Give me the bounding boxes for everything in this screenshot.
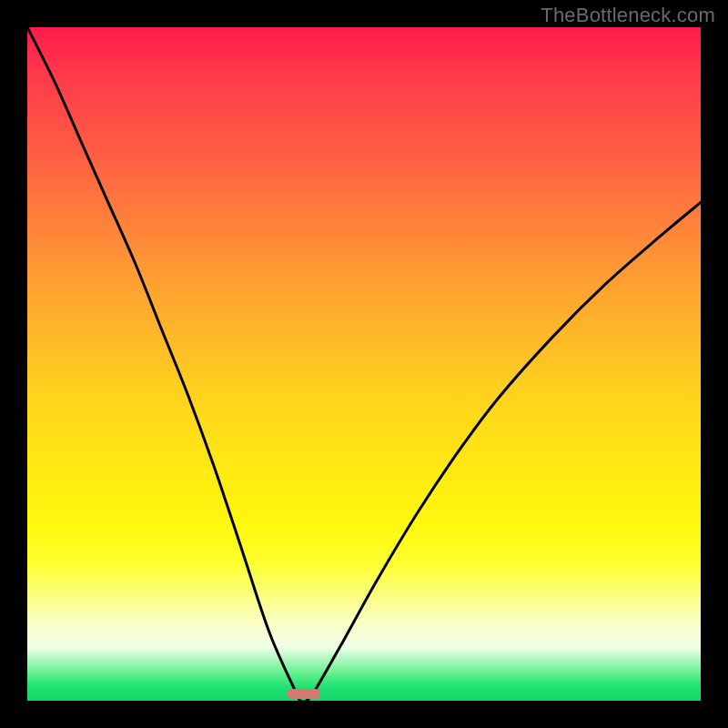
watermark-text: TheBottleneck.com (541, 4, 715, 27)
plot-area (27, 27, 701, 701)
bottleneck-curve (27, 27, 701, 701)
chart-frame: TheBottleneck.com (0, 0, 728, 728)
optimal-marker (287, 689, 320, 698)
